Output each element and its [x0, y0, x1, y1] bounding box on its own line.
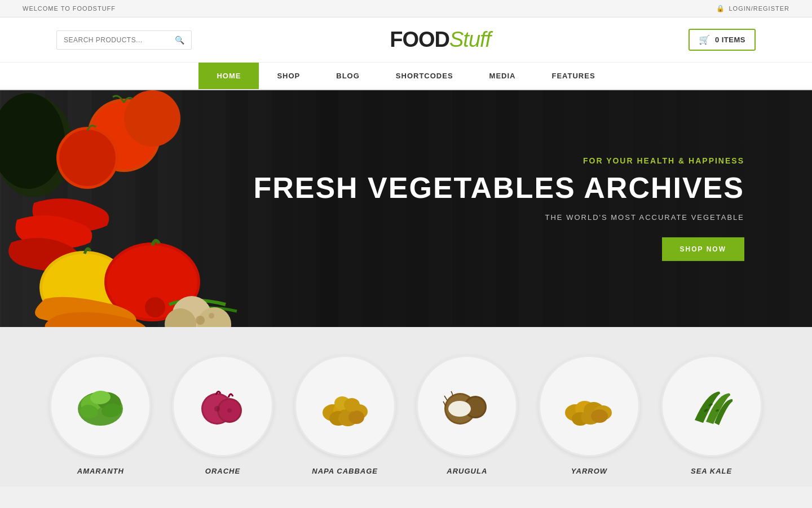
hero-subtitle: FOR YOUR HEALTH & HAPPINESS — [253, 156, 744, 165]
products-grid: AMARANTH ORACHE — [45, 355, 767, 475]
nav-item-blog[interactable]: BLOG — [318, 63, 378, 89]
lock-icon: 🔒 — [716, 5, 725, 12]
hero-title: FRESH VEGETABLES ARCHIVES — [253, 172, 744, 204]
logo-stuff: Stuff — [449, 28, 491, 52]
hero-vegetables — [0, 90, 259, 327]
product-item-amaranth[interactable]: AMARANTH — [50, 355, 151, 475]
svg-point-38 — [344, 398, 360, 412]
product-circle-arugula — [416, 355, 518, 457]
hero-content: FOR YOUR HEALTH & HAPPINESS FRESH VEGETA… — [253, 156, 744, 261]
hero-description: THE WORLD'S MOST ACCURATE VEGETABLE — [253, 213, 744, 222]
nav-item-shortcodes[interactable]: SHORTCODES — [378, 63, 471, 89]
login-register-link[interactable]: 🔒 LOGIN/REGISTER — [716, 5, 789, 12]
shop-now-button[interactable]: SHOP NOW — [662, 237, 744, 261]
product-name-seakale: SEA KALE — [691, 467, 732, 475]
svg-point-5 — [59, 130, 116, 186]
search-input[interactable] — [57, 32, 168, 48]
product-circle-orache — [172, 355, 273, 457]
product-item-napacabbage[interactable]: NAPA CABBAGE — [294, 355, 396, 475]
product-item-seakale[interactable]: SEA KALE — [661, 355, 762, 475]
nav-item-home[interactable]: HOME — [198, 63, 259, 89]
search-box[interactable]: 🔍 — [56, 30, 192, 50]
product-circle-yarrow — [539, 355, 640, 457]
product-name-orache: ORACHE — [205, 467, 240, 475]
svg-point-17 — [209, 313, 214, 319]
search-button[interactable]: 🔍 — [168, 31, 191, 49]
main-navigation: HOME SHOP BLOG SHORTCODES MEDIA FEATURES — [0, 63, 812, 90]
nav-item-shop[interactable]: SHOP — [259, 63, 318, 89]
product-item-yarrow[interactable]: YARROW — [539, 355, 640, 475]
header: 🔍 FOOD Stuff 🛒 0 ITEMS — [0, 17, 812, 63]
hero-banner: FOR YOUR HEALTH & HAPPINESS FRESH VEGETA… — [0, 90, 812, 327]
logo-food: FOOD — [390, 28, 449, 52]
seakale-svg — [678, 378, 745, 434]
cart-icon: 🛒 — [699, 34, 710, 45]
product-name-arugula: ARUGULA — [447, 467, 487, 475]
veggie-svg — [0, 90, 259, 327]
login-label: LOGIN/REGISTER — [729, 5, 789, 12]
cart-button[interactable]: 🛒 0 ITEMS — [689, 29, 756, 51]
nav-item-media[interactable]: MEDIA — [471, 63, 534, 89]
svg-point-16 — [196, 316, 205, 325]
amaranth-svg — [67, 378, 134, 434]
product-name-yarrow: YARROW — [571, 467, 607, 475]
logo[interactable]: FOOD Stuff — [390, 28, 491, 52]
product-circle-seakale — [661, 355, 762, 457]
product-circle-amaranth — [50, 355, 151, 457]
svg-point-12 — [145, 297, 165, 317]
products-section: AMARANTH ORACHE — [0, 327, 812, 487]
svg-point-36 — [348, 410, 364, 424]
product-name-napacabbage: NAPA CABBAGE — [312, 467, 378, 475]
orache-svg — [189, 378, 257, 434]
cart-count: 0 ITEMS — [715, 36, 745, 44]
top-bar: WELCOME TO FOODSTUFF 🔒 LOGIN/REGISTER — [0, 0, 812, 17]
product-circle-napacabbage — [294, 355, 396, 457]
product-item-orache[interactable]: ORACHE — [172, 355, 273, 475]
napacabbage-svg — [311, 378, 379, 434]
nav-item-features[interactable]: FEATURES — [533, 63, 613, 89]
svg-point-50 — [591, 409, 608, 423]
svg-point-43 — [448, 401, 471, 417]
arugula-svg — [433, 378, 501, 434]
product-name-amaranth: AMARANTH — [77, 467, 124, 475]
product-item-arugula[interactable]: ARUGULA — [416, 355, 518, 475]
svg-point-29 — [227, 408, 232, 413]
welcome-text: WELCOME TO FOODSTUFF — [23, 5, 116, 12]
yarrow-svg — [555, 378, 623, 434]
svg-point-28 — [214, 406, 220, 412]
